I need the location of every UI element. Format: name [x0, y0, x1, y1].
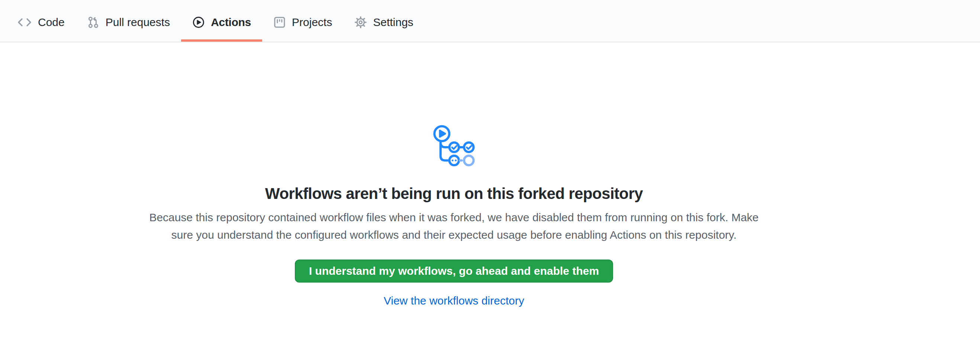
tab-settings[interactable]: Settings [343, 0, 424, 42]
workflow-graph-icon [0, 42, 908, 168]
blankslate-description: Because this repository contained workfl… [149, 209, 759, 243]
tab-pull-requests[interactable]: Pull requests [76, 0, 181, 42]
view-workflows-directory-link[interactable]: View the workflows directory [384, 294, 524, 307]
tab-label: Pull requests [106, 17, 170, 28]
link-row: View the workflows directory [0, 294, 908, 307]
tab-projects[interactable]: Projects [262, 0, 343, 42]
code-icon [17, 16, 32, 28]
play-circle-icon [192, 16, 205, 29]
tab-actions[interactable]: Actions [181, 0, 262, 42]
gear-icon [354, 16, 367, 29]
git-pull-request-icon [87, 16, 100, 29]
page-title: Workflows aren’t being run on this forke… [0, 184, 908, 203]
tab-label: Actions [211, 17, 251, 28]
tab-code[interactable]: Code [6, 0, 76, 42]
actions-blankslate: Workflows aren’t being run on this forke… [0, 42, 908, 307]
project-board-icon [273, 16, 286, 29]
enable-workflows-button[interactable]: I understand my workflows, go ahead and … [295, 259, 613, 283]
repo-nav: Code Pull requests Actions [0, 0, 980, 42]
tab-label: Code [38, 17, 65, 28]
tab-label: Settings [373, 17, 413, 28]
tab-label: Projects [292, 17, 332, 28]
